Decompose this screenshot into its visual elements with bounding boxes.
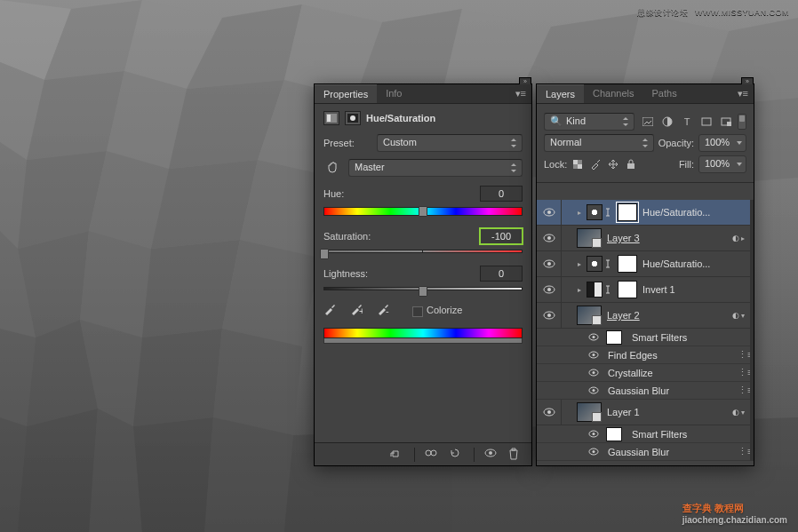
lock-transparency-icon[interactable] bbox=[571, 158, 584, 171]
fx-badge[interactable]: ◐ bbox=[732, 234, 739, 242]
blend-mode-select[interactable]: Normal bbox=[544, 134, 654, 152]
fx-expand-icon[interactable]: ▾ bbox=[741, 409, 750, 417]
delete-adjustment-icon[interactable] bbox=[508, 448, 524, 462]
visibility-toggle[interactable] bbox=[588, 386, 601, 394]
fx-expand-icon[interactable]: ▾ bbox=[741, 312, 750, 320]
clip-to-layer-icon[interactable] bbox=[389, 448, 405, 462]
layer-name[interactable]: Layer 2 bbox=[607, 310, 732, 321]
smart-filters-header[interactable]: Smart Filters bbox=[537, 329, 754, 346]
reset-icon[interactable] bbox=[449, 448, 465, 462]
adjustment-thumb bbox=[587, 282, 602, 298]
visibility-toggle[interactable] bbox=[588, 369, 601, 377]
visibility-toggle[interactable] bbox=[537, 251, 562, 276]
tab-layers[interactable]: Layers bbox=[537, 84, 584, 103]
tab-properties[interactable]: Properties bbox=[315, 84, 377, 103]
tab-channels[interactable]: Channels bbox=[584, 84, 642, 103]
visibility-toggle[interactable] bbox=[537, 226, 562, 250]
filter-kind-select[interactable]: 🔍Kind bbox=[544, 113, 634, 131]
mask-thumb[interactable] bbox=[618, 203, 637, 221]
targeted-adjustment-tool[interactable] bbox=[323, 160, 343, 176]
fx-badge[interactable]: ◐ bbox=[732, 311, 739, 320]
svg-rect-60 bbox=[627, 163, 634, 169]
layer-row[interactable]: Layer 1 ◐ ▾ bbox=[537, 400, 754, 425]
visibility-toggle[interactable] bbox=[537, 400, 562, 425]
filter-name[interactable]: Find Edges bbox=[608, 350, 738, 361]
filter-name[interactable]: Gaussian Blur bbox=[608, 385, 738, 396]
filter-toggle-switch[interactable] bbox=[738, 114, 746, 130]
color-range-bar[interactable] bbox=[323, 328, 523, 344]
layer-row[interactable]: ▸ Hue/Saturatio... bbox=[537, 251, 754, 277]
filter-row[interactable]: Gaussian Blur ⋮≡ bbox=[537, 443, 754, 461]
toggle-visibility-icon[interactable] bbox=[483, 448, 499, 462]
shape-filter-icon[interactable] bbox=[699, 115, 714, 129]
expand-arrow-icon[interactable]: ▸ bbox=[574, 286, 585, 294]
smartobject-filter-icon[interactable] bbox=[719, 115, 733, 129]
panel-menu-button[interactable]: ▾≡ bbox=[732, 84, 754, 103]
filter-row[interactable]: Gaussian Blur ⋮≡ bbox=[537, 382, 754, 400]
visibility-toggle[interactable] bbox=[588, 351, 601, 359]
saturation-slider[interactable] bbox=[323, 250, 423, 253]
panel-flyout-button[interactable]: » bbox=[741, 77, 754, 84]
visibility-toggle[interactable] bbox=[537, 200, 562, 225]
visibility-toggle[interactable] bbox=[588, 430, 601, 438]
filter-mask-thumb[interactable] bbox=[606, 427, 622, 441]
layer-row[interactable]: ▸ Hue/Saturatio... bbox=[537, 200, 754, 226]
lock-all-icon[interactable] bbox=[625, 158, 637, 171]
filter-mask-thumb[interactable] bbox=[606, 330, 622, 345]
type-filter-icon[interactable]: T bbox=[680, 115, 694, 129]
adjustment-thumb bbox=[587, 256, 602, 272]
preset-select[interactable]: Custom bbox=[377, 134, 523, 152]
fx-badge[interactable]: ◐ bbox=[732, 408, 739, 417]
channel-select[interactable]: Master bbox=[348, 159, 523, 177]
panel-flyout-button[interactable]: » bbox=[519, 77, 531, 84]
lightness-slider[interactable] bbox=[323, 287, 523, 290]
eyedropper-add-icon[interactable]: + bbox=[350, 303, 366, 319]
layer-row[interactable]: Layer 3 ◐ ▸ bbox=[537, 226, 754, 251]
eyedropper-subtract-icon[interactable]: - bbox=[377, 303, 393, 319]
adjustment-filter-icon[interactable] bbox=[660, 115, 674, 129]
layer-name[interactable]: Layer 3 bbox=[607, 233, 732, 243]
mask-link-icon[interactable] bbox=[604, 285, 615, 294]
eyedropper-icon[interactable] bbox=[323, 303, 339, 319]
filter-name[interactable]: Gaussian Blur bbox=[608, 447, 738, 457]
layer-name[interactable]: Layer 1 bbox=[607, 407, 732, 417]
lock-pixels-icon[interactable] bbox=[589, 158, 602, 171]
tab-info[interactable]: Info bbox=[377, 84, 411, 103]
layer-name[interactable]: Hue/Saturatio... bbox=[642, 258, 750, 269]
panel-menu-button[interactable]: ▾≡ bbox=[510, 84, 531, 103]
layer-name[interactable]: Invert 1 bbox=[642, 284, 750, 295]
expand-arrow-icon[interactable]: ▸ bbox=[574, 209, 585, 217]
layer-name[interactable]: Hue/Saturatio... bbox=[642, 207, 750, 218]
layers-scrollbar[interactable] bbox=[750, 200, 754, 461]
visibility-toggle[interactable] bbox=[537, 303, 562, 328]
saturation-input[interactable] bbox=[480, 228, 523, 244]
filter-name[interactable]: Crystallize bbox=[608, 368, 738, 378]
expand-arrow-icon[interactable]: ▸ bbox=[574, 260, 585, 268]
tab-paths[interactable]: Paths bbox=[643, 84, 686, 103]
visibility-toggle[interactable] bbox=[588, 333, 601, 341]
svg-point-66 bbox=[547, 262, 551, 266]
layer-row[interactable]: Layer 2 ◐ ▾ bbox=[537, 303, 754, 329]
svg-marker-34 bbox=[133, 329, 222, 426]
filter-row[interactable]: Crystallize ⋮≡ bbox=[537, 364, 754, 382]
lock-position-icon[interactable] bbox=[607, 158, 619, 171]
hue-slider[interactable] bbox=[323, 207, 523, 216]
view-previous-state-icon[interactable] bbox=[424, 448, 440, 462]
filter-row[interactable]: Find Edges ⋮≡ bbox=[537, 346, 754, 364]
pixel-filter-icon[interactable] bbox=[641, 115, 655, 129]
lightness-input[interactable] bbox=[480, 266, 523, 282]
fx-expand-icon[interactable]: ▸ bbox=[741, 234, 750, 242]
colorize-checkbox[interactable] bbox=[412, 306, 423, 317]
opacity-input[interactable]: 100% bbox=[698, 134, 746, 152]
svg-point-45 bbox=[350, 115, 355, 121]
visibility-toggle[interactable] bbox=[588, 448, 601, 456]
fill-input[interactable]: 100% bbox=[698, 155, 746, 173]
visibility-toggle[interactable] bbox=[537, 277, 562, 302]
smart-filters-header[interactable]: Smart Filters bbox=[537, 425, 754, 443]
mask-thumb[interactable] bbox=[618, 255, 637, 273]
mask-link-icon[interactable] bbox=[604, 259, 615, 268]
hue-input[interactable] bbox=[480, 186, 523, 202]
mask-thumb[interactable] bbox=[618, 281, 637, 298]
mask-link-icon[interactable] bbox=[604, 208, 615, 217]
layer-row[interactable]: ▸ Invert 1 bbox=[537, 277, 754, 303]
